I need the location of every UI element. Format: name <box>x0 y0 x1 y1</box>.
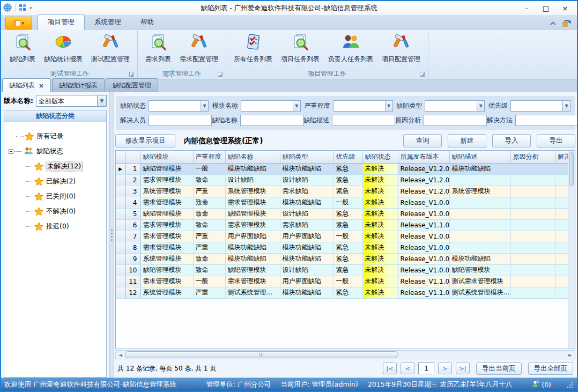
scroll-left-icon[interactable]: ◄ <box>116 351 125 359</box>
table-cell[interactable] <box>510 242 555 253</box>
table-cell[interactable]: Release_V1.0.0 <box>398 208 449 219</box>
table-cell[interactable]: 紧急 <box>334 219 362 231</box>
ribbon-button[interactable]: 缺陷统计报表 <box>40 31 87 65</box>
table-cell[interactable]: 紧急 <box>334 287 362 298</box>
table-cell[interactable]: 缺陷管理模块 <box>140 208 193 219</box>
table-cell[interactable]: 致命 <box>193 197 225 208</box>
status-cell[interactable]: 未解决 <box>362 163 398 174</box>
ribbon-button[interactable]: 需求配置管理 <box>175 31 223 65</box>
table-cell[interactable]: 系统管理模块 <box>140 186 193 197</box>
modify-columns-button[interactable]: 修改显示项目 <box>115 134 175 147</box>
collapse-icon[interactable] <box>9 149 13 154</box>
vertical-scrollbar-thumb[interactable] <box>569 152 574 186</box>
table-cell[interactable] <box>555 231 568 242</box>
column-header[interactable]: 严重程度 <box>193 151 225 163</box>
column-header[interactable]: 缺陷模块 <box>140 151 193 163</box>
table-cell[interactable] <box>449 197 510 208</box>
table-cell[interactable]: 模块功能缺陷 <box>225 253 280 264</box>
table-cell[interactable] <box>555 174 568 186</box>
table-cell[interactable]: 紧急 <box>334 186 362 197</box>
table-cell[interactable]: 一般 <box>193 163 225 174</box>
ribbon-tab-2[interactable]: 帮助 <box>131 15 164 30</box>
column-header[interactable]: 所属发布版本 <box>398 151 449 163</box>
status-cell[interactable]: 未解决 <box>362 253 398 264</box>
grid-icon[interactable] <box>19 4 26 13</box>
help-icon[interactable] <box>562 19 572 27</box>
table-cell[interactable]: 设计缺陷 <box>280 264 334 276</box>
table-cell[interactable]: 模块功能缺陷 <box>449 163 510 174</box>
table-cell[interactable]: 需求管理模块 <box>140 242 193 253</box>
table-cell[interactable]: 缺陷管理模块 <box>449 264 510 276</box>
table-cell[interactable] <box>555 163 568 174</box>
ribbon-button[interactable]: 负责人任务列表 <box>324 31 377 65</box>
app-menu-button[interactable]: ▾ <box>5 17 32 29</box>
next-page-button[interactable]: > <box>438 363 452 374</box>
sidebar-splitter[interactable] <box>109 92 114 378</box>
filter-value-input[interactable] <box>241 115 303 125</box>
dialog-launcher-icon[interactable] <box>218 72 223 77</box>
status-cell[interactable]: 未解决 <box>362 287 398 298</box>
table-cell[interactable]: Release_V1.1.0 <box>398 219 449 231</box>
close-button[interactable]: × <box>555 2 575 14</box>
last-page-button[interactable]: >| <box>456 363 470 374</box>
filter-dropdown[interactable]: ▼ <box>241 100 301 112</box>
column-header[interactable]: 缺陷描述 <box>449 151 510 163</box>
table-cell[interactable]: 紧急 <box>334 208 362 219</box>
table-cell[interactable]: 用户界面缺陷 <box>280 231 334 242</box>
table-row[interactable]: ▶1缺陷管理模块一般模块功能缺陷模块功能缺陷紧急未解决Release_V1.2.… <box>116 163 568 174</box>
table-cell[interactable]: 测试系统管理模块... <box>449 287 510 298</box>
horizontal-scrollbar[interactable]: ◄ ► <box>115 350 575 359</box>
table-cell[interactable]: 需求管理模块 <box>140 174 193 186</box>
table-cell[interactable]: 致命 <box>193 174 225 186</box>
table-cell[interactable]: Release_V1.2.0 <box>398 163 449 174</box>
table-row[interactable]: 12系统管理模块严重测试系统管理...模块功能缺陷紧急未解决Release_V1… <box>116 287 568 298</box>
chevron-down-icon[interactable]: ▼ <box>385 101 392 111</box>
filter-dropdown[interactable]: ▼ <box>425 100 485 112</box>
table-cell[interactable]: 模块功能缺陷 <box>449 253 510 264</box>
dialog-launcher-icon[interactable] <box>420 72 425 77</box>
filter-input[interactable] <box>515 115 578 126</box>
chevron-down-icon[interactable]: ▼ <box>562 101 570 111</box>
table-cell[interactable] <box>555 242 568 253</box>
table-cell[interactable]: 需求管理模块 <box>225 197 280 208</box>
filter-value-input[interactable] <box>149 101 201 111</box>
tree-node[interactable]: 已解决(2) <box>5 174 104 189</box>
dialog-launcher-icon[interactable] <box>129 72 134 77</box>
filter-value-input[interactable] <box>332 115 395 125</box>
filter-value-input[interactable] <box>334 101 385 111</box>
table-cell[interactable]: 模块功能缺陷 <box>280 287 334 298</box>
tree-node[interactable]: 不解决(0) <box>5 204 104 219</box>
filter-value-input[interactable] <box>511 101 562 111</box>
filter-input[interactable] <box>149 115 212 126</box>
table-cell[interactable]: 紧急 <box>334 242 362 253</box>
table-cell[interactable]: 测试需求管理模块 <box>449 276 510 287</box>
table-cell[interactable]: 致命 <box>193 264 225 276</box>
table-cell[interactable] <box>449 208 510 219</box>
table-row[interactable]: 7需求管理模块严重用户界面缺陷用户界面缺陷一般未解决Release_V1.0.0 <box>116 231 568 242</box>
export-all-pages-button[interactable]: 导出全部页 <box>528 363 574 375</box>
table-cell[interactable]: Release_V1.2.0 <box>398 174 449 186</box>
first-page-button[interactable]: |< <box>383 363 397 374</box>
status-cell[interactable]: 未解决 <box>362 276 398 287</box>
table-cell[interactable]: Release_V1.0.0 <box>398 197 449 208</box>
filter-dropdown[interactable]: ▼ <box>510 100 570 112</box>
status-cell[interactable]: 未解决 <box>362 264 398 276</box>
table-cell[interactable] <box>555 197 568 208</box>
table-cell[interactable] <box>555 208 568 219</box>
table-cell[interactable]: 模块功能缺陷 <box>225 242 280 253</box>
table-cell[interactable] <box>449 242 510 253</box>
table-cell[interactable]: 系统管理模块 <box>449 186 510 197</box>
resize-grip[interactable] <box>566 381 573 388</box>
table-cell[interactable] <box>555 264 568 276</box>
tree-node[interactable]: 已关闭(0) <box>5 189 104 204</box>
table-cell[interactable] <box>449 219 510 231</box>
table-cell[interactable]: 严重 <box>193 242 225 253</box>
ribbon-tab-1[interactable]: 系统管理 <box>85 15 131 30</box>
tree-node[interactable]: 所有记录 <box>5 129 104 144</box>
table-cell[interactable]: Release_V1.0.0 <box>398 264 449 276</box>
version-select[interactable]: 全部版本 ▼ <box>36 95 107 107</box>
table-cell[interactable] <box>510 163 555 174</box>
table-cell[interactable] <box>449 174 510 186</box>
vertical-scrollbar[interactable] <box>568 151 575 349</box>
tree-node[interactable]: 未解决(12) <box>5 159 104 174</box>
